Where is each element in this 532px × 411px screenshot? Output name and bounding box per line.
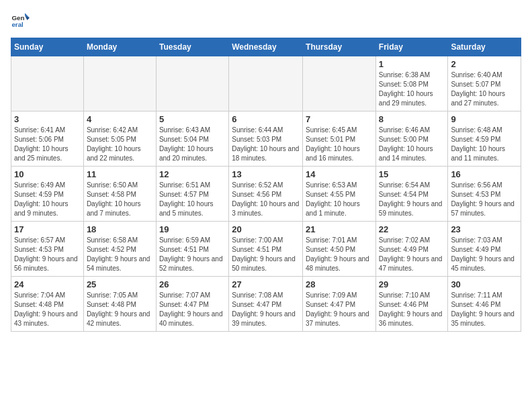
day-number: 24 <box>14 279 81 289</box>
day-info: Sunrise: 7:10 AM Sunset: 4:46 PM Dayligh… <box>379 291 445 328</box>
day-of-week-header: Wednesday <box>229 38 303 56</box>
calendar-cell: 8Sunrise: 6:46 AM Sunset: 5:00 PM Daylig… <box>375 111 448 167</box>
day-number: 17 <box>14 224 81 234</box>
day-number: 4 <box>87 114 153 124</box>
day-number: 6 <box>232 114 300 124</box>
day-number: 18 <box>87 224 153 234</box>
day-info: Sunrise: 6:52 AM Sunset: 4:56 PM Dayligh… <box>232 181 300 218</box>
calendar-cell <box>11 56 84 111</box>
day-number: 27 <box>232 279 300 289</box>
day-number: 10 <box>14 169 81 179</box>
calendar-cell: 12Sunrise: 6:51 AM Sunset: 4:57 PM Dayli… <box>156 167 228 222</box>
day-number: 16 <box>451 169 518 179</box>
day-info: Sunrise: 7:11 AM Sunset: 4:46 PM Dayligh… <box>451 291 518 328</box>
day-info: Sunrise: 7:04 AM Sunset: 4:48 PM Dayligh… <box>14 291 81 328</box>
day-number: 19 <box>159 224 226 234</box>
calendar-cell: 3Sunrise: 6:41 AM Sunset: 5:06 PM Daylig… <box>11 111 84 167</box>
day-number: 28 <box>306 279 373 289</box>
day-number: 9 <box>451 114 518 124</box>
day-info: Sunrise: 6:53 AM Sunset: 4:55 PM Dayligh… <box>306 181 373 218</box>
day-info: Sunrise: 7:07 AM Sunset: 4:47 PM Dayligh… <box>159 291 226 328</box>
calendar-cell: 26Sunrise: 7:07 AM Sunset: 4:47 PM Dayli… <box>156 277 228 332</box>
day-number: 15 <box>379 169 445 179</box>
day-number: 3 <box>14 114 81 124</box>
calendar-week-row: 1Sunrise: 6:38 AM Sunset: 5:08 PM Daylig… <box>11 56 521 111</box>
day-info: Sunrise: 6:42 AM Sunset: 5:05 PM Dayligh… <box>87 126 153 163</box>
logo: Gen eral <box>11 11 32 30</box>
calendar-cell <box>156 56 228 111</box>
day-number: 26 <box>159 279 226 289</box>
calendar-cell <box>83 56 156 111</box>
day-of-week-header: Thursday <box>303 38 376 56</box>
day-info: Sunrise: 7:05 AM Sunset: 4:48 PM Dayligh… <box>87 291 153 328</box>
calendar-cell: 9Sunrise: 6:48 AM Sunset: 4:59 PM Daylig… <box>448 111 521 167</box>
day-number: 30 <box>451 279 518 289</box>
calendar-cell: 27Sunrise: 7:08 AM Sunset: 4:47 PM Dayli… <box>229 277 303 332</box>
calendar-cell: 5Sunrise: 6:43 AM Sunset: 5:04 PM Daylig… <box>156 111 228 167</box>
calendar-cell: 14Sunrise: 6:53 AM Sunset: 4:55 PM Dayli… <box>303 167 376 222</box>
day-number: 11 <box>87 169 153 179</box>
day-info: Sunrise: 7:00 AM Sunset: 4:51 PM Dayligh… <box>232 236 300 273</box>
calendar-cell: 4Sunrise: 6:42 AM Sunset: 5:05 PM Daylig… <box>83 111 156 167</box>
day-info: Sunrise: 6:58 AM Sunset: 4:52 PM Dayligh… <box>87 236 153 273</box>
day-info: Sunrise: 6:50 AM Sunset: 4:58 PM Dayligh… <box>87 181 153 218</box>
day-info: Sunrise: 6:49 AM Sunset: 4:59 PM Dayligh… <box>14 181 81 218</box>
day-info: Sunrise: 7:01 AM Sunset: 4:50 PM Dayligh… <box>306 236 373 273</box>
calendar-cell: 20Sunrise: 7:00 AM Sunset: 4:51 PM Dayli… <box>229 222 303 277</box>
calendar-cell: 25Sunrise: 7:05 AM Sunset: 4:48 PM Dayli… <box>83 277 156 332</box>
day-info: Sunrise: 6:59 AM Sunset: 4:51 PM Dayligh… <box>159 236 226 273</box>
day-number: 5 <box>159 114 226 124</box>
calendar-cell: 15Sunrise: 6:54 AM Sunset: 4:54 PM Dayli… <box>375 167 448 222</box>
calendar-cell: 24Sunrise: 7:04 AM Sunset: 4:48 PM Dayli… <box>11 277 84 332</box>
calendar-cell <box>229 56 303 111</box>
calendar-cell <box>303 56 376 111</box>
calendar-week-row: 24Sunrise: 7:04 AM Sunset: 4:48 PM Dayli… <box>11 277 521 332</box>
day-number: 14 <box>306 169 373 179</box>
day-number: 8 <box>379 114 445 124</box>
calendar-cell: 17Sunrise: 6:57 AM Sunset: 4:53 PM Dayli… <box>11 222 84 277</box>
calendar-cell: 22Sunrise: 7:02 AM Sunset: 4:49 PM Dayli… <box>375 222 448 277</box>
day-of-week-header: Sunday <box>11 38 84 56</box>
day-number: 2 <box>451 59 518 69</box>
day-info: Sunrise: 6:54 AM Sunset: 4:54 PM Dayligh… <box>379 181 445 218</box>
calendar-cell: 2Sunrise: 6:40 AM Sunset: 5:07 PM Daylig… <box>448 56 521 111</box>
day-number: 25 <box>87 279 153 289</box>
day-number: 29 <box>379 279 445 289</box>
calendar-cell: 11Sunrise: 6:50 AM Sunset: 4:58 PM Dayli… <box>83 167 156 222</box>
day-info: Sunrise: 6:56 AM Sunset: 4:53 PM Dayligh… <box>451 181 518 218</box>
calendar-cell: 23Sunrise: 7:03 AM Sunset: 4:49 PM Dayli… <box>448 222 521 277</box>
calendar-cell: 28Sunrise: 7:09 AM Sunset: 4:47 PM Dayli… <box>303 277 376 332</box>
calendar-cell: 18Sunrise: 6:58 AM Sunset: 4:52 PM Dayli… <box>83 222 156 277</box>
svg-text:eral: eral <box>11 21 24 28</box>
calendar-cell: 19Sunrise: 6:59 AM Sunset: 4:51 PM Dayli… <box>156 222 228 277</box>
day-info: Sunrise: 7:08 AM Sunset: 4:47 PM Dayligh… <box>232 291 300 328</box>
header: Gen eral <box>11 11 521 30</box>
calendar-cell: 10Sunrise: 6:49 AM Sunset: 4:59 PM Dayli… <box>11 167 84 222</box>
day-number: 12 <box>159 169 226 179</box>
day-number: 1 <box>379 59 445 69</box>
day-info: Sunrise: 6:41 AM Sunset: 5:06 PM Dayligh… <box>14 126 81 163</box>
calendar-cell: 21Sunrise: 7:01 AM Sunset: 4:50 PM Dayli… <box>303 222 376 277</box>
calendar-cell: 30Sunrise: 7:11 AM Sunset: 4:46 PM Dayli… <box>448 277 521 332</box>
calendar-cell: 1Sunrise: 6:38 AM Sunset: 5:08 PM Daylig… <box>375 56 448 111</box>
calendar-header-row: SundayMondayTuesdayWednesdayThursdayFrid… <box>11 38 521 56</box>
day-info: Sunrise: 6:40 AM Sunset: 5:07 PM Dayligh… <box>451 71 518 108</box>
day-info: Sunrise: 6:38 AM Sunset: 5:08 PM Dayligh… <box>379 71 445 108</box>
day-info: Sunrise: 6:57 AM Sunset: 4:53 PM Dayligh… <box>14 236 81 273</box>
day-number: 22 <box>379 224 445 234</box>
day-info: Sunrise: 6:48 AM Sunset: 4:59 PM Dayligh… <box>451 126 518 163</box>
calendar-week-row: 17Sunrise: 6:57 AM Sunset: 4:53 PM Dayli… <box>11 222 521 277</box>
calendar-week-row: 10Sunrise: 6:49 AM Sunset: 4:59 PM Dayli… <box>11 167 521 222</box>
logo-icon: Gen eral <box>11 11 30 30</box>
day-number: 13 <box>232 169 300 179</box>
day-of-week-header: Monday <box>83 38 156 56</box>
day-number: 7 <box>306 114 373 124</box>
day-number: 21 <box>306 224 373 234</box>
day-info: Sunrise: 6:51 AM Sunset: 4:57 PM Dayligh… <box>159 181 226 218</box>
day-info: Sunrise: 7:09 AM Sunset: 4:47 PM Dayligh… <box>306 291 373 328</box>
day-info: Sunrise: 6:44 AM Sunset: 5:03 PM Dayligh… <box>232 126 300 163</box>
day-of-week-header: Saturday <box>448 38 521 56</box>
day-info: Sunrise: 7:03 AM Sunset: 4:49 PM Dayligh… <box>451 236 518 273</box>
day-of-week-header: Tuesday <box>156 38 228 56</box>
day-info: Sunrise: 6:43 AM Sunset: 5:04 PM Dayligh… <box>159 126 226 163</box>
